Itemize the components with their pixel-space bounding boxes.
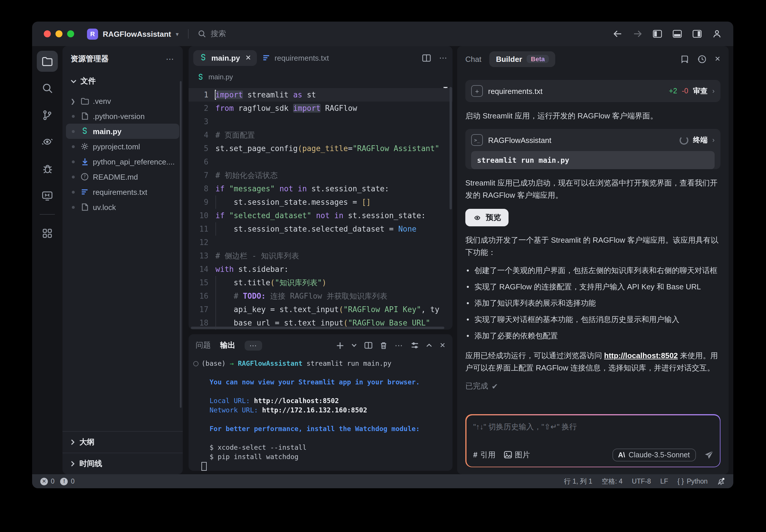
activity-extensions[interactable] xyxy=(37,223,58,244)
breadcrumb[interactable]: main.py xyxy=(188,69,452,85)
code-line-2[interactable]: 2from ragflow_sdk import RAGFlow xyxy=(188,101,452,115)
code-line-13[interactable]: 13# 侧边栏 - 知识库列表 xyxy=(188,249,452,263)
history-icon[interactable] xyxy=(698,55,707,63)
notifications-bell-icon[interactable] xyxy=(717,477,725,485)
attach-image-button[interactable]: 图片 xyxy=(503,449,530,460)
eol-type[interactable]: LF xyxy=(660,478,668,485)
activity-terminal[interactable] xyxy=(37,185,58,206)
code-line-15[interactable]: 15 st.title("知识库列表") xyxy=(188,276,452,289)
split-editor-icon[interactable] xyxy=(422,54,431,62)
file-row-pythonapireference....[interactable]: python_api_reference.... xyxy=(66,154,179,169)
code-line-4[interactable]: 4# 页面配置 xyxy=(188,128,452,142)
terminal-output[interactable]: (base) → RAGFlowAssistant streamlit run … xyxy=(188,356,452,471)
new-chat-icon[interactable] xyxy=(680,55,690,63)
terminal-more-icon[interactable]: ⋯ xyxy=(395,341,403,350)
code-line-14[interactable]: 14with st.sidebar: xyxy=(188,263,452,276)
code-line-16[interactable]: 16 # TODO: 连接 RAGFlow 并获取知识库列表 xyxy=(188,289,452,303)
new-terminal-icon[interactable] xyxy=(336,342,344,349)
close-window-button[interactable] xyxy=(44,30,51,37)
activity-preview[interactable] xyxy=(37,131,58,152)
toggle-left-panel-icon[interactable] xyxy=(653,30,662,38)
open-terminal-button[interactable]: 终端 xyxy=(693,135,708,145)
tab-requirements-txt[interactable]: requirements.txt xyxy=(257,50,335,66)
activity-debug[interactable] xyxy=(37,158,58,179)
language-mode[interactable]: { } Python xyxy=(678,478,708,485)
delete-terminal-icon[interactable] xyxy=(380,342,387,349)
minimize-window-button[interactable] xyxy=(55,30,62,37)
review-button[interactable]: 审查 xyxy=(693,86,708,96)
file-row-.python-version[interactable]: .python-version xyxy=(66,109,179,124)
code-line-10[interactable]: 10if "selected_dataset" not in st.sessio… xyxy=(188,209,452,222)
warnings-indicator[interactable]: ! 0 xyxy=(60,477,75,485)
code-line-17[interactable]: 17 api_key = st.text_input("RAGFlow API … xyxy=(188,303,452,316)
global-search[interactable]: 搜索 xyxy=(198,29,226,39)
navigate-back-icon[interactable] xyxy=(613,30,623,38)
file-row-uv.lock[interactable]: uv.lock xyxy=(66,199,179,215)
terminal-monitor-icon xyxy=(41,190,53,201)
editor-more-icon[interactable]: ⋯ xyxy=(439,53,448,62)
file-row-README.md[interactable]: ?README.md xyxy=(66,169,179,184)
code-text: st.session_state.selected_dataset = None xyxy=(216,222,417,236)
code-line-12[interactable]: 12 xyxy=(188,236,452,249)
toggle-bottom-panel-icon[interactable] xyxy=(673,30,682,38)
terminal-dropdown-icon[interactable] xyxy=(352,344,357,347)
tab-main-py[interactable]: main.py ✕ xyxy=(193,50,257,66)
file-row-requirements.txt[interactable]: requirements.txt xyxy=(66,184,179,199)
tab-problems[interactable]: 问题 xyxy=(196,340,211,351)
chat-input[interactable]: "↑↓" 切换历史输入，"⇧↵" 换行 # 引用 图片 A\ Claude-3 xyxy=(466,415,720,466)
code-token: import xyxy=(216,90,243,99)
editor-vertical-scrollbar[interactable] xyxy=(450,87,452,209)
code-line-6[interactable]: 6 xyxy=(188,155,452,169)
close-tab-icon[interactable]: ✕ xyxy=(245,54,251,62)
command-decoration-icon[interactable] xyxy=(193,361,199,366)
files-section-header[interactable]: 文件 xyxy=(62,70,183,92)
code-line-7[interactable]: 7# 初始化会话状态 xyxy=(188,169,452,182)
close-panel-icon[interactable]: ✕ xyxy=(440,341,445,349)
localhost-link[interactable]: http://localhost:8502 xyxy=(604,351,678,360)
code-line-3[interactable]: 3 xyxy=(188,115,452,128)
editor-horizontal-scrollbar[interactable] xyxy=(191,327,444,329)
code-line-11[interactable]: 11 st.session_state.selected_dataset = N… xyxy=(188,222,452,236)
explorer-more-icon[interactable]: ⋯ xyxy=(166,54,174,64)
file-change-card[interactable]: ＋ requirements.txt +2 -0 审查 › xyxy=(465,80,721,102)
tab-output[interactable]: 输出 xyxy=(220,340,235,351)
code-line-1[interactable]: 1import streamlit as st xyxy=(188,88,452,101)
explorer-scrollbar[interactable] xyxy=(180,81,181,408)
split-terminal-icon[interactable] xyxy=(364,342,372,349)
model-selector[interactable]: A\ Claude-3.5-Sonnet xyxy=(612,448,696,461)
code-line-5[interactable]: 5st.set_page_config(page_title="RAGFlow … xyxy=(188,142,452,155)
terminal-command-card[interactable]: >_ RAGFlowAssistant 终端 › streamlit run m… xyxy=(465,129,721,169)
timeline-section[interactable]: 时间线 xyxy=(62,453,183,474)
code-line-8[interactable]: 8if "messages" not in st.session_state: xyxy=(188,182,452,195)
code-editor[interactable]: T 1import streamlit as st2from ragflow_s… xyxy=(188,85,452,330)
file-row-main.py[interactable]: main.py xyxy=(66,124,179,139)
outline-section[interactable]: 大纲 xyxy=(62,431,183,453)
navigate-forward-icon[interactable] xyxy=(633,30,642,38)
toggle-right-panel-icon[interactable] xyxy=(693,30,702,38)
zoom-window-button[interactable] xyxy=(67,30,74,37)
maximize-panel-icon[interactable] xyxy=(426,344,432,347)
file-row-.venv[interactable]: ❯.venv xyxy=(66,93,179,109)
terminal-tabs-more-icon[interactable]: ⋯ xyxy=(245,340,262,350)
tab-builder[interactable]: Builder Beta xyxy=(489,51,555,67)
quote-reference-button[interactable]: # 引用 xyxy=(473,449,495,460)
account-icon[interactable] xyxy=(712,29,722,39)
code-token: ) xyxy=(322,278,327,287)
close-assistant-icon[interactable]: ✕ xyxy=(715,55,721,63)
activity-explorer[interactable] xyxy=(37,51,58,72)
terminal-settings-icon[interactable] xyxy=(411,342,419,349)
project-switcher[interactable]: R RAGFlowAssistant ▾ xyxy=(87,28,179,39)
encoding[interactable]: UTF-8 xyxy=(632,478,651,485)
indentation[interactable]: 空格: 4 xyxy=(602,477,623,486)
preview-button[interactable]: 预览 xyxy=(465,209,508,226)
code-token: streamlit xyxy=(243,90,293,99)
expand-plus-icon[interactable]: ＋ xyxy=(471,85,483,97)
cursor-position[interactable]: 行 1, 列 1 xyxy=(564,477,592,486)
code-line-9[interactable]: 9 st.session_state.messages = [] xyxy=(188,195,452,209)
tab-chat[interactable]: Chat xyxy=(465,55,481,63)
activity-source-control[interactable] xyxy=(37,104,58,125)
errors-indicator[interactable]: ✕ 0 xyxy=(40,477,55,485)
activity-search[interactable] xyxy=(37,78,58,99)
send-icon[interactable] xyxy=(704,450,714,459)
file-row-pyproject.toml[interactable]: pyproject.toml xyxy=(66,139,179,154)
